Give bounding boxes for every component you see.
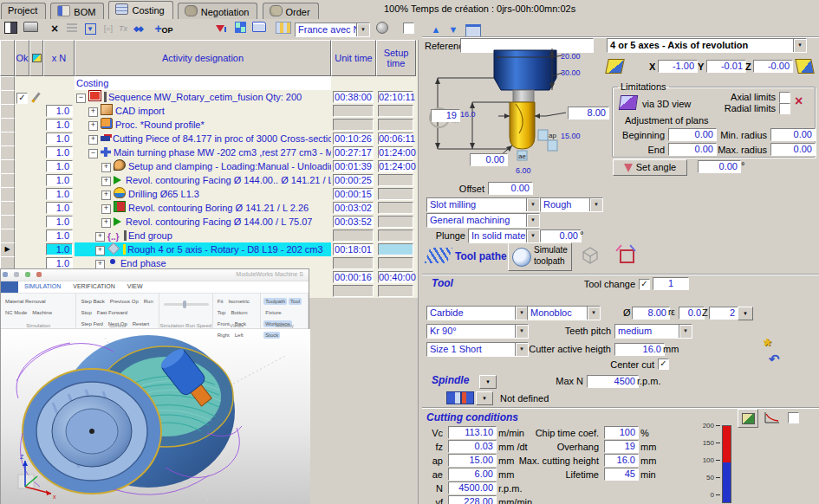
simulation-3d-viewport[interactable]: Z x [1, 329, 310, 504]
row-setup-time-cell[interactable] [376, 284, 416, 298]
row-xn-value[interactable]: 1.0 [46, 243, 73, 255]
N-input[interactable]: 4500.00 [448, 481, 497, 494]
unit-time-value[interactable]: 00:01:39 [333, 160, 374, 172]
table-row[interactable]: 1.0+Cutting Piece of 84.177 in proc of 3… [0, 132, 418, 145]
row-activity-cell[interactable]: +Rough 4 or 5 axis - Rotary - D8 L19 - 2… [75, 242, 331, 256]
unit-time-value[interactable]: 00:38:00 [333, 91, 374, 103]
row-activity-cell[interactable]: +CAD import [75, 104, 331, 118]
row-ok-cell[interactable] [15, 76, 29, 90]
tree-expand-toggle[interactable]: − [76, 94, 86, 103]
row-unit-time-cell[interactable] [331, 256, 376, 270]
sim-tab-verification[interactable]: VERIFICATION [67, 281, 120, 289]
ribbon-item[interactable]: Left [233, 332, 245, 339]
row-xn-cell[interactable] [43, 76, 75, 90]
tool-geometry-select[interactable]: Kr 90°▼ [426, 324, 529, 339]
table-row[interactable]: 1.0+Revol. contouring Facing Ø 144.00.. … [0, 173, 418, 187]
row-xn-value[interactable]: 1.0 [46, 105, 73, 117]
center-cut-checkbox[interactable]: ✓ [658, 359, 669, 370]
hierarchy-icon[interactable] [232, 22, 248, 36]
row-setup-time-cell[interactable] [376, 173, 416, 187]
sim-save-icon[interactable] [14, 272, 19, 277]
row-setup-time-cell[interactable] [376, 242, 416, 256]
header-activity[interactable]: Activity designation [75, 40, 331, 76]
end-input[interactable]: 0.00 [668, 143, 717, 156]
header-ok[interactable]: Ok [15, 40, 29, 76]
row-xn-cell[interactable]: 1.0 [43, 104, 75, 118]
row-xn-value[interactable]: 1.0 [46, 257, 73, 269]
tree-expand-toggle[interactable]: − [88, 149, 98, 158]
tree-expand-toggle[interactable]: + [88, 107, 98, 117]
sim-tab-simulation[interactable]: SIMULATION [18, 281, 67, 289]
row-setup-time-cell[interactable] [376, 118, 416, 132]
table-row[interactable]: 1.0+Setup and clamping - Loading:Manual … [0, 159, 418, 173]
row-xn-cell[interactable]: 1.0 [43, 132, 75, 145]
setup-time-value[interactable]: 02:10:11 [378, 91, 413, 103]
row-unit-time-cell[interactable]: 00:00:15 [331, 187, 376, 201]
row-xn-cell[interactable]: 1.0 [43, 145, 75, 159]
stock-cube-icon[interactable] [580, 246, 601, 265]
spindle-select-dropdown[interactable]: ▼ [479, 375, 497, 389]
tree-expand-toggle[interactable]: + [88, 121, 98, 131]
chevron-down-icon[interactable]: ▼ [526, 229, 539, 242]
row-setup-time-cell[interactable]: 01:24:00 [376, 145, 416, 159]
filter-icon[interactable] [213, 22, 229, 36]
ribbon-item[interactable]: Isometric [226, 298, 250, 305]
row-setup-time-cell[interactable]: 00:40:00 [376, 270, 416, 284]
simulator-titlebar[interactable]: ModuleWorks Machine S [1, 269, 309, 281]
unit-time-value[interactable] [333, 229, 374, 242]
radial-limits-checkbox[interactable] [779, 103, 790, 114]
tree-expand-toggle[interactable]: + [101, 177, 111, 186]
ae-input[interactable]: 6.00 [448, 468, 497, 481]
ribbon-item[interactable]: Fit [216, 298, 225, 305]
row-unit-time-cell[interactable]: 00:01:39 [331, 159, 376, 173]
ribbon-item[interactable]: Machine [30, 309, 54, 316]
plunge-select[interactable]: In solid material▼ [468, 229, 540, 243]
teeth-count-input[interactable]: 2 [709, 307, 738, 320]
row-unit-time-cell[interactable]: 00:18:01 [331, 242, 376, 256]
run-speed-slider[interactable] [164, 303, 209, 306]
row-ok-checkbox[interactable]: ✓ [16, 93, 28, 104]
chevron-down-icon[interactable]: ▼ [589, 198, 602, 211]
row-xn-cell[interactable] [43, 90, 75, 104]
table-row[interactable]: 1.0−Main turning phase MW -202 cm3 ,rest… [0, 145, 418, 159]
row-xn-value[interactable]: 1.0 [46, 174, 73, 186]
row-xn-cell[interactable]: 1.0 [43, 242, 75, 256]
unit-time-value[interactable]: 00:03:52 [333, 216, 374, 228]
unit-time-value[interactable]: 00:27:17 [333, 146, 374, 158]
row-xn-cell[interactable]: 1.0 [43, 201, 75, 215]
row-xn-value[interactable]: 1.0 [46, 202, 73, 214]
row-setup-time-cell[interactable] [376, 76, 416, 90]
ok-checkbox-box[interactable] [403, 23, 414, 34]
sim-tab-view[interactable]: VIEW [121, 281, 149, 289]
table-row[interactable]: ▶1.0+Rough 4 or 5 axis - Rotary - D8 L19… [0, 242, 418, 256]
row-activity-cell[interactable]: Costing [75, 76, 331, 90]
corner-radius-input[interactable]: 0.0 [679, 307, 705, 320]
table-row[interactable]: ✓−Sequence MW_Rotary_cetim_fusion Qty: 2… [0, 90, 418, 104]
row-activity-cell[interactable]: +Revol. contouring Facing Ø 144.00.. Ø 1… [75, 173, 331, 187]
row-ok-cell[interactable] [15, 159, 29, 173]
unit-time-value[interactable] [333, 105, 374, 117]
link-icon[interactable]: ◆◆ [130, 22, 146, 36]
axial-limits-checkbox[interactable] [779, 92, 790, 103]
tool-change-input[interactable]: 1 [653, 277, 689, 290]
via-3d-view-icon[interactable] [619, 95, 638, 110]
row-unit-time-cell[interactable]: 00:27:17 [331, 145, 376, 159]
header-xn[interactable]: x N [43, 40, 75, 76]
country-select[interactable]: France avec NRC▼ [295, 23, 370, 37]
set-angle-button[interactable]: Set angle [613, 159, 687, 176]
row-ok-cell[interactable] [15, 229, 29, 242]
tab-order[interactable]: Order [263, 3, 319, 20]
indent-icon[interactable] [64, 22, 80, 36]
row-ok-cell[interactable] [15, 118, 29, 132]
setup-time-value[interactable]: 00:06:11 [378, 132, 413, 145]
delete-icon[interactable]: × [47, 22, 62, 36]
row-unit-time-cell[interactable] [331, 104, 376, 118]
tab-costing[interactable]: Costing [108, 1, 172, 20]
axis-invert-icon[interactable] [795, 59, 815, 74]
row-activity-cell[interactable]: +Setup and clamping - Loading:Manual - U… [75, 159, 331, 173]
max-radius-input[interactable]: 0.00 [770, 143, 816, 156]
unit-time-value[interactable]: 00:00:16 [333, 271, 374, 283]
y-input[interactable]: -0.01 [706, 60, 746, 73]
row-setup-time-cell[interactable] [376, 229, 416, 242]
setup-time-value[interactable]: 00:40:00 [378, 271, 413, 283]
